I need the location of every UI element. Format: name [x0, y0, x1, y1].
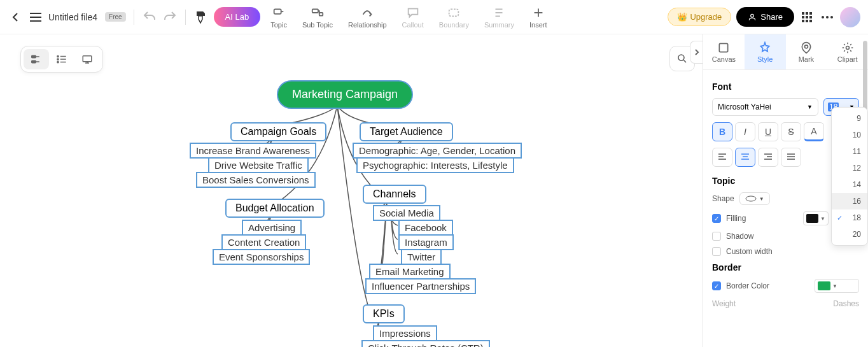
topic-budget[interactable]: Budget Allocation	[225, 199, 325, 218]
node-audience-0[interactable]: Demographic: Age, Gender, Location	[353, 143, 522, 159]
node-kpi-1[interactable]: Click-Through Rates (CTR)	[361, 340, 490, 347]
border-color-label: Border Color	[726, 281, 769, 290]
italic-button[interactable]: I	[735, 122, 755, 141]
top-toolbar: Untitled file4 Free AI Lab Topic Sub Top…	[0, 0, 868, 34]
svg-point-26	[846, 46, 849, 49]
topic-audience[interactable]: Target Audience	[360, 122, 453, 141]
undo-icon[interactable]	[142, 10, 157, 25]
shape-label: Shape	[712, 194, 734, 203]
topic-goals[interactable]: Campaign Goals	[230, 122, 326, 141]
align-left-button[interactable]	[712, 148, 732, 167]
tab-canvas[interactable]: Canvas	[703, 34, 745, 69]
free-badge: Free	[105, 12, 126, 22]
strikethrough-button[interactable]: S	[781, 122, 801, 141]
topic-channels[interactable]: Channels	[363, 185, 426, 204]
boundary-button[interactable]: Boundary	[434, 3, 474, 31]
shape-select[interactable]: ▼	[739, 192, 770, 205]
node-budget-1[interactable]: Content Creation	[221, 234, 306, 250]
font-family-select[interactable]: Microsoft YaHei▼	[712, 98, 818, 116]
mark-icon	[800, 41, 813, 54]
align-center-button[interactable]	[735, 148, 755, 167]
svg-point-25	[804, 45, 808, 48]
border-color-checkbox[interactable]: ✓	[712, 281, 721, 290]
bold-button[interactable]: B	[712, 122, 732, 141]
properties-panel: Canvas Style Mark Clipart Font Microsoft…	[703, 34, 868, 347]
svg-rect-0	[274, 9, 281, 13]
filling-color-1[interactable]: ▼	[803, 211, 829, 225]
canvas-icon	[717, 41, 730, 54]
font-section-title: Font	[712, 81, 859, 92]
dashes-label: Dashes	[833, 299, 859, 308]
callout-button[interactable]: Callout	[397, 3, 429, 31]
summary-button[interactable]: Summary	[479, 3, 519, 31]
tab-style[interactable]: Style	[745, 34, 786, 69]
custom-width-checkbox[interactable]	[712, 247, 721, 256]
border-color-swatch[interactable]: ▼	[815, 279, 859, 293]
subtopic-button[interactable]: Sub Topic	[297, 3, 338, 31]
node-budget-2[interactable]: Event Sponsorships	[213, 249, 310, 265]
align-justify-button[interactable]	[781, 148, 801, 167]
text-color-button[interactable]: A	[804, 122, 824, 141]
apps-icon[interactable]	[799, 10, 815, 25]
tab-mark[interactable]: Mark	[786, 34, 827, 69]
svg-rect-13	[809, 20, 812, 22]
align-right-button[interactable]	[758, 148, 778, 167]
scrollbar-thumb[interactable]	[863, 41, 867, 117]
font-size-dropdown: 9 10 11 12 14 16 ✓18 20	[831, 107, 868, 246]
node-goals-1[interactable]: Drive Website Traffic	[208, 157, 309, 173]
node-social-2[interactable]: Twitter	[401, 249, 442, 265]
svg-point-16	[830, 16, 833, 18]
upgrade-button[interactable]: 👑Upgrade	[668, 8, 731, 26]
share-button[interactable]: Share	[736, 7, 794, 27]
size-option-14[interactable]: 14	[832, 176, 867, 193]
filling-label: Filling	[726, 214, 746, 223]
node-channel-influencer[interactable]: Influencer Partnerships	[365, 278, 476, 294]
file-title[interactable]: Untitled file4	[48, 12, 97, 22]
node-kpi-0[interactable]: Impressions	[373, 325, 437, 341]
panel-tabs: Canvas Style Mark Clipart	[703, 34, 868, 70]
node-budget-0[interactable]: Advertising	[242, 220, 302, 236]
border-section-title: Border	[712, 262, 859, 273]
menu-icon[interactable]	[28, 10, 43, 25]
node-channel-email[interactable]: Email Marketing	[369, 264, 451, 280]
svg-rect-9	[806, 16, 808, 18]
size-option-9[interactable]: 9	[832, 110, 867, 127]
size-option-18[interactable]: ✓18	[832, 209, 867, 226]
svg-rect-12	[806, 20, 808, 22]
node-social[interactable]: Social Media	[373, 205, 440, 221]
more-icon[interactable]	[820, 10, 835, 25]
back-icon[interactable]	[8, 10, 23, 25]
crown-icon: 👑	[677, 12, 687, 22]
shadow-label: Shadow	[726, 232, 753, 241]
size-option-12[interactable]: 12	[832, 160, 867, 176]
topic-button[interactable]: Topic	[265, 3, 292, 31]
svg-point-15	[826, 16, 829, 18]
svg-rect-1	[312, 9, 318, 13]
redo-icon[interactable]	[162, 10, 178, 25]
divider	[134, 10, 134, 25]
node-social-1[interactable]: Instagram	[398, 234, 454, 250]
format-painter-icon[interactable]	[193, 10, 209, 25]
size-option-10[interactable]: 10	[832, 127, 867, 143]
node-audience-1[interactable]: Psychographic: Interests, Lifestyle	[356, 157, 514, 173]
root-node[interactable]: Marketing Campaign	[277, 80, 413, 109]
chevron-down-icon: ▼	[807, 104, 813, 110]
style-icon	[759, 41, 771, 54]
shadow-checkbox[interactable]	[712, 232, 721, 241]
topic-kpis[interactable]: KPIs	[363, 304, 405, 323]
insert-button[interactable]: Insert	[524, 3, 552, 31]
svg-rect-6	[806, 12, 808, 15]
mindmap-canvas[interactable]: Marketing Campaign Campaign Goals Increa…	[0, 34, 703, 347]
filling-checkbox[interactable]: ✓	[712, 214, 721, 223]
svg-point-14	[822, 16, 824, 18]
size-option-20[interactable]: 20	[832, 226, 867, 243]
avatar[interactable]	[840, 7, 860, 27]
node-goals-2[interactable]: Boost Sales Conversions	[196, 172, 316, 188]
node-goals-0[interactable]: Increase Brand Awareness	[190, 143, 316, 159]
underline-button[interactable]: U	[758, 122, 778, 141]
node-social-0[interactable]: Facebook	[398, 220, 453, 236]
size-option-11[interactable]: 11	[832, 143, 867, 160]
relationship-button[interactable]: Relationship	[343, 3, 392, 31]
size-option-16[interactable]: 16	[832, 193, 867, 209]
ai-lab-button[interactable]: AI Lab	[214, 7, 261, 27]
